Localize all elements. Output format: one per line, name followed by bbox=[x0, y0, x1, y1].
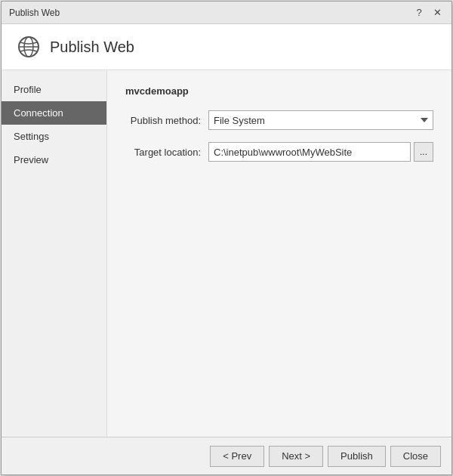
prev-button[interactable]: < Prev bbox=[210, 446, 264, 467]
title-bar: Publish Web ? ✕ bbox=[2, 2, 451, 24]
main-panel: mvcdemoapp Publish method: File System F… bbox=[107, 70, 451, 437]
publish-web-dialog: Publish Web ? ✕ Publish Web Profile bbox=[1, 1, 452, 475]
target-location-control: ... bbox=[208, 142, 433, 162]
title-bar-controls: ? ✕ bbox=[412, 6, 444, 20]
publish-method-select[interactable]: File System FTP Web Deploy bbox=[208, 110, 433, 130]
target-location-input[interactable] bbox=[208, 142, 411, 162]
content-area: Profile Connection Settings Preview mvcd… bbox=[2, 70, 451, 437]
sidebar-item-connection[interactable]: Connection bbox=[2, 101, 106, 125]
sidebar: Profile Connection Settings Preview bbox=[2, 70, 107, 437]
publish-method-row: Publish method: File System FTP Web Depl… bbox=[125, 110, 433, 130]
publish-method-label: Publish method: bbox=[125, 115, 208, 126]
close-button[interactable]: Close bbox=[390, 446, 441, 467]
header-title: Publish Web bbox=[50, 39, 134, 56]
title-bar-left: Publish Web bbox=[9, 8, 60, 18]
target-location-row: Target location: ... bbox=[125, 142, 433, 162]
browse-button[interactable]: ... bbox=[414, 142, 433, 162]
target-location-label: Target location: bbox=[125, 147, 208, 158]
dialog-footer: < Prev Next > Publish Close bbox=[2, 437, 451, 474]
title-bar-title: Publish Web bbox=[9, 8, 60, 18]
publish-icon bbox=[17, 35, 41, 59]
sidebar-item-profile[interactable]: Profile bbox=[2, 78, 106, 101]
sidebar-item-preview[interactable]: Preview bbox=[2, 148, 106, 172]
publish-method-control: File System FTP Web Deploy bbox=[208, 110, 433, 130]
help-button[interactable]: ? bbox=[412, 6, 426, 20]
close-title-button[interactable]: ✕ bbox=[430, 6, 444, 20]
app-name: mvcdemoapp bbox=[125, 85, 433, 97]
publish-button[interactable]: Publish bbox=[328, 446, 386, 467]
dialog-header: Publish Web bbox=[2, 24, 451, 70]
next-button[interactable]: Next > bbox=[269, 446, 323, 467]
sidebar-item-settings[interactable]: Settings bbox=[2, 125, 106, 148]
